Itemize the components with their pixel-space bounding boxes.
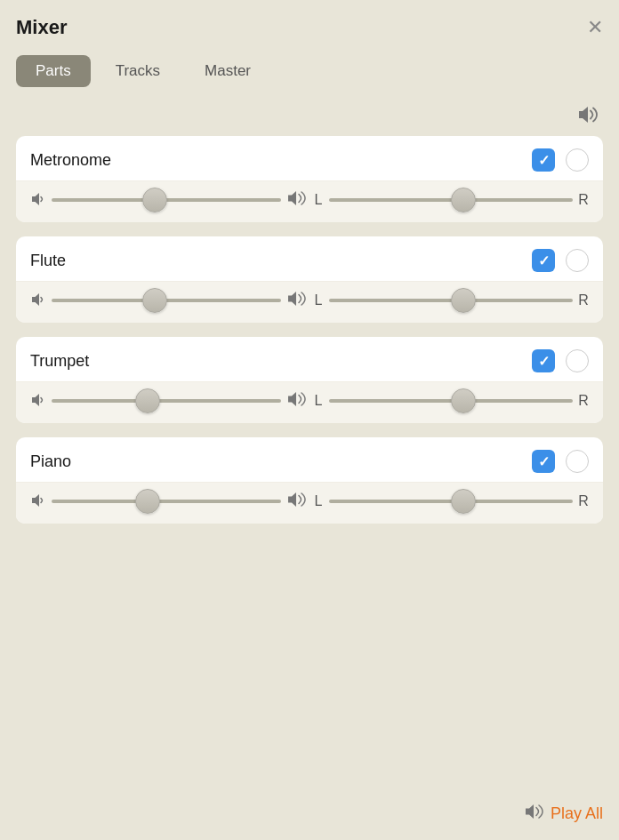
track-header-piano: Piano	[16, 437, 603, 483]
volume-slider-group-trumpet	[30, 391, 306, 411]
track-card-trumpet: Trumpet	[16, 337, 603, 423]
volume-high-icon-flute	[286, 291, 306, 310]
pan-thumb-piano[interactable]	[451, 489, 476, 514]
volume-track-piano[interactable]	[52, 500, 281, 503]
track-checkbox-piano[interactable]	[532, 450, 555, 473]
pan-right-label-flute: R	[578, 292, 589, 308]
pan-thumb-metronome[interactable]	[451, 188, 476, 212]
pan-left-label-metronome: L	[313, 192, 324, 208]
tab-bar: Parts Tracks Master	[16, 55, 603, 87]
footer: Play All	[16, 793, 603, 824]
volume-high-icon-metronome	[286, 190, 306, 210]
close-button[interactable]: ✕	[587, 18, 603, 37]
track-sliders-metronome: L R	[16, 181, 603, 222]
pan-thumb-flute[interactable]	[451, 288, 476, 313]
volume-track-flute[interactable]	[52, 299, 281, 302]
header: Mixer ✕	[16, 16, 603, 39]
track-header-flute: Flute	[16, 236, 603, 282]
track-header-trumpet: Trumpet	[16, 337, 603, 382]
master-volume-row	[16, 105, 603, 129]
volume-low-icon-metronome	[30, 192, 46, 209]
mixer-title: Mixer	[16, 16, 67, 39]
volume-thumb-piano[interactable]	[135, 489, 160, 514]
track-sliders-flute: L R	[16, 282, 603, 323]
track-card-flute: Flute	[16, 236, 603, 323]
volume-low-icon-flute	[30, 292, 46, 309]
track-radio-metronome[interactable]	[566, 148, 589, 172]
track-name-flute: Flute	[30, 252, 532, 270]
volume-slider-group-metronome	[30, 190, 306, 210]
mixer-container: Mixer ✕ Parts Tracks Master Metronome	[0, 0, 619, 840]
volume-high-icon-piano	[286, 492, 306, 511]
tab-master[interactable]: Master	[185, 55, 270, 87]
volume-slider-group-piano	[30, 492, 306, 511]
track-checkbox-trumpet[interactable]	[532, 349, 555, 372]
pan-left-label-trumpet: L	[313, 393, 324, 409]
pan-track-flute[interactable]	[329, 299, 573, 302]
track-card-metronome: Metronome	[16, 136, 603, 222]
tab-tracks[interactable]: Tracks	[96, 55, 180, 87]
track-name-trumpet: Trumpet	[30, 352, 532, 371]
volume-low-icon-piano	[30, 493, 46, 510]
volume-track-metronome[interactable]	[52, 198, 281, 202]
pan-track-piano[interactable]	[329, 500, 573, 503]
volume-thumb-trumpet[interactable]	[135, 388, 160, 413]
pan-slider-group-piano: L R	[313, 493, 589, 509]
master-speaker-icon	[576, 105, 599, 129]
pan-slider-group-metronome: L R	[313, 192, 589, 208]
pan-slider-group-trumpet: L R	[313, 393, 589, 409]
track-header-metronome: Metronome	[16, 136, 603, 181]
track-card-piano: Piano	[16, 437, 603, 524]
track-checkbox-flute[interactable]	[532, 249, 555, 272]
pan-thumb-trumpet[interactable]	[451, 388, 476, 413]
footer-speaker-icon	[524, 804, 543, 824]
pan-track-metronome[interactable]	[329, 198, 573, 202]
track-controls-flute	[532, 249, 589, 272]
pan-right-label-piano: R	[578, 493, 589, 509]
tab-parts[interactable]: Parts	[16, 55, 91, 87]
track-radio-flute[interactable]	[566, 249, 589, 272]
volume-low-icon-trumpet	[30, 393, 46, 410]
track-name-metronome: Metronome	[30, 151, 532, 170]
pan-left-label-flute: L	[313, 292, 324, 308]
track-radio-piano[interactable]	[566, 450, 589, 473]
track-radio-trumpet[interactable]	[566, 349, 589, 372]
track-sliders-piano: L R	[16, 483, 603, 524]
volume-track-trumpet[interactable]	[52, 399, 281, 403]
track-controls-piano	[532, 450, 589, 473]
volume-slider-group-flute	[30, 291, 306, 310]
pan-right-label-metronome: R	[578, 192, 589, 208]
volume-high-icon-trumpet	[286, 391, 306, 411]
volume-thumb-metronome[interactable]	[142, 188, 167, 212]
play-all-button[interactable]: Play All	[551, 804, 603, 823]
track-checkbox-metronome[interactable]	[532, 148, 555, 172]
pan-slider-group-flute: L R	[313, 292, 589, 308]
track-controls-trumpet	[532, 349, 589, 372]
track-name-piano: Piano	[30, 452, 532, 471]
track-sliders-trumpet: L R	[16, 382, 603, 423]
pan-right-label-trumpet: R	[578, 393, 589, 409]
pan-track-trumpet[interactable]	[329, 399, 573, 403]
track-controls-metronome	[532, 148, 589, 172]
volume-thumb-flute[interactable]	[142, 288, 167, 313]
pan-left-label-piano: L	[313, 493, 324, 509]
tracks-list: Metronome	[16, 136, 603, 538]
